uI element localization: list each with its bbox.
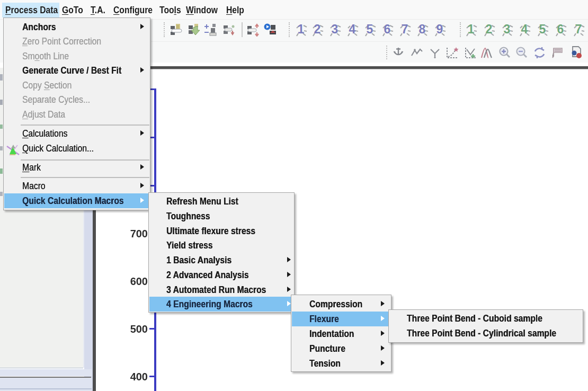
svg-text:2: 2 <box>314 22 321 36</box>
svg-text:2: 2 <box>486 22 493 36</box>
svg-text:5: 5 <box>367 22 373 36</box>
svg-text:4: 4 <box>349 22 356 36</box>
svg-text:3: 3 <box>504 22 511 36</box>
svg-text:6: 6 <box>557 22 564 36</box>
svg-text:7: 7 <box>575 22 582 36</box>
svg-text:7: 7 <box>402 22 408 36</box>
svg-text:6: 6 <box>384 22 391 36</box>
svg-text:4: 4 <box>521 22 528 36</box>
svg-text:3: 3 <box>332 22 338 36</box>
svg-text:8: 8 <box>419 22 426 36</box>
svg-text:9: 9 <box>436 22 443 36</box>
svg-text:5: 5 <box>539 22 546 36</box>
svg-text:1: 1 <box>298 22 305 36</box>
svg-text:1: 1 <box>468 22 475 36</box>
